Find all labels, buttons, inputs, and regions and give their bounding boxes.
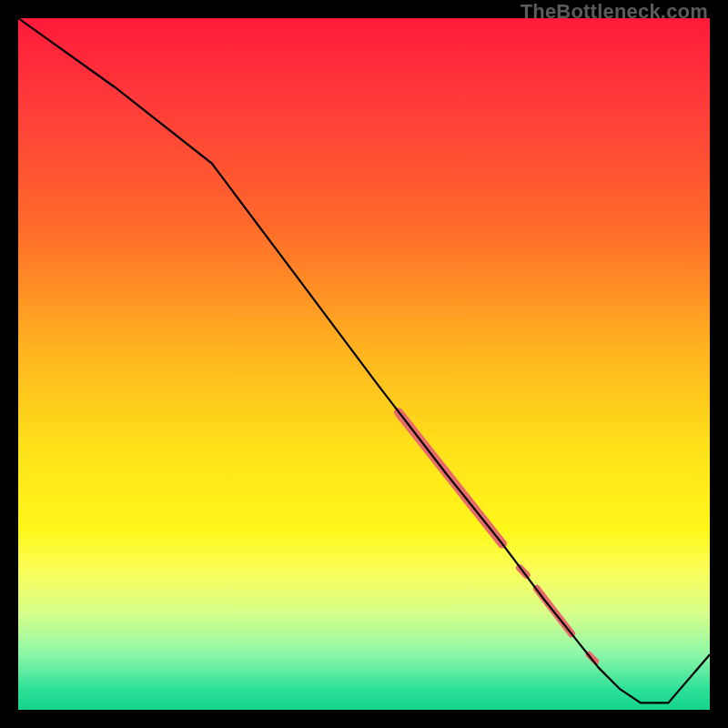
plot-area	[15, 15, 713, 713]
chart-container: TheBottleneck.com	[0, 0, 728, 728]
chart-svg	[18, 18, 710, 710]
gradient-background	[18, 18, 710, 710]
